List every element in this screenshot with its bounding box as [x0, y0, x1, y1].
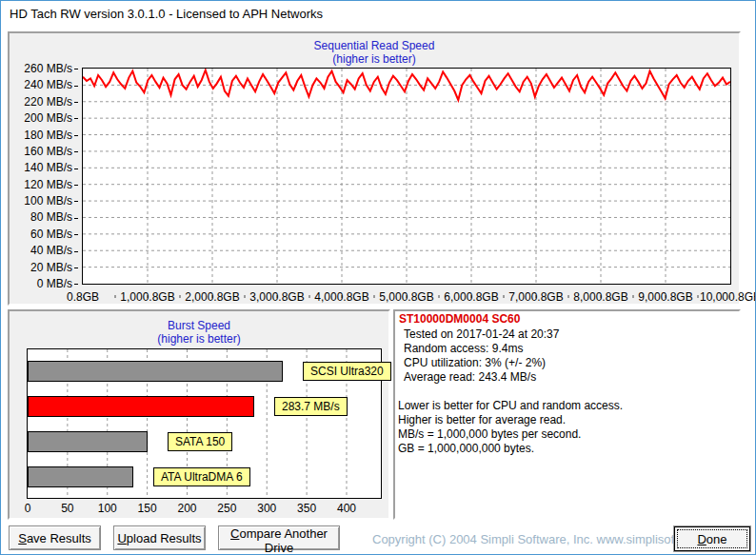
x-axis-label: 1,000.8GB	[120, 290, 174, 304]
y-axis-label: 120 MB/s	[10, 178, 78, 191]
burst-x-axis-label: 200	[177, 502, 196, 515]
burst-x-axis-label: 100	[98, 502, 117, 515]
burst-x-axis-label: 250	[217, 502, 236, 515]
y-axis-label: 0 MB/s	[10, 277, 78, 290]
done-button[interactable]: Done	[674, 526, 750, 551]
info-note-mbps: MB/s = 1,000,000 bytes per second.	[398, 427, 581, 441]
y-axis-label: 160 MB/s	[10, 145, 78, 158]
burst-chart-subtitle: (higher is better)	[10, 332, 388, 346]
y-axis-label: 220 MB/s	[10, 95, 78, 109]
y-tick	[74, 201, 78, 202]
y-axis-label: 180 MB/s	[10, 129, 78, 142]
focus-ring	[677, 529, 747, 548]
info-average-read: Average read: 243.4 MB/s	[404, 370, 536, 384]
y-tick	[74, 135, 78, 136]
info-note-higher: Higher is better for average read.	[398, 413, 566, 426]
y-axis-label: 80 MB/s	[10, 210, 78, 224]
y-tick	[74, 185, 78, 186]
burst-x-axis-label: 0	[25, 502, 31, 515]
drive-info-panel: ST10000DM0004 SC60 Tested on 2017-01-24 …	[393, 309, 741, 520]
burst-speed-panel: Burst Speed (higher is better) SCSI Ultr…	[8, 309, 390, 520]
y-tick	[74, 118, 78, 119]
x-axis-label: 6,000.8GB	[444, 290, 498, 304]
hdtach-window: HD Tach RW version 3.0.1.0 - Licensed to…	[0, 0, 756, 555]
y-tick	[74, 102, 78, 103]
info-cpu-utilization: CPU utilization: 3% (+/- 2%)	[404, 356, 546, 369]
y-tick	[74, 234, 78, 235]
y-tick	[74, 168, 78, 169]
y-axis-label: 260 MB/s	[10, 62, 78, 75]
x-axis-label: 3,000.8GB	[249, 290, 304, 304]
y-tick	[74, 284, 78, 285]
compare-another-drive-button[interactable]: Compare Another Drive	[218, 525, 340, 550]
y-axis-label: 240 MB/s	[10, 78, 78, 91]
burst-bar	[28, 431, 148, 452]
burst-chart-title: Burst Speed	[10, 319, 388, 332]
y-tick	[74, 86, 78, 87]
y-axis-label: 200 MB/s	[10, 111, 78, 125]
y-axis-label: 40 MB/s	[10, 244, 78, 257]
y-axis-label: 100 MB/s	[10, 194, 78, 208]
upload-results-label: Upload Results	[114, 531, 205, 545]
drive-name: ST10000DM0004 SC60	[399, 312, 520, 326]
burst-bar	[28, 396, 254, 417]
x-axis-label: 2,000.8GB	[185, 290, 239, 304]
x-axis-label: 9,000.8GB	[638, 290, 692, 304]
burst-bar-label: 283.7 MB/s	[274, 397, 348, 416]
burst-bar-label: SCSI Ultra320	[303, 362, 391, 381]
x-axis-label: 0.8GB	[67, 290, 99, 304]
sequential-read-panel: Sequential Read Speed (higher is better)…	[8, 31, 741, 306]
y-axis-label: 20 MB/s	[10, 261, 78, 274]
info-tested-on: Tested on 2017-01-24 at 20:37	[404, 327, 559, 341]
x-axis-label: 4,000.8GB	[314, 290, 368, 304]
sequential-chart-subtitle: (higher is better)	[10, 52, 739, 66]
x-axis-label: 8,000.8GB	[573, 290, 627, 304]
y-tick	[74, 268, 78, 268]
compare-another-drive-label: Compare Another Drive	[219, 526, 339, 555]
y-tick	[74, 151, 78, 152]
burst-bar-label: ATA UltraDMA 6	[153, 467, 250, 486]
y-tick	[74, 218, 78, 219]
sequential-chart-title: Sequential Read Speed	[10, 39, 739, 52]
x-axis-label: 7,000.8GB	[508, 290, 563, 304]
info-random-access: Random access: 9.4ms	[404, 342, 523, 355]
burst-speed-plot: SCSI Ultra320283.7 MB/sSATA 150ATA Ultra…	[27, 348, 382, 499]
info-note-lower: Lower is better for CPU and random acces…	[398, 399, 623, 412]
info-note-gb: GB = 1,000,000,000 bytes.	[398, 442, 534, 455]
burst-bar	[28, 361, 283, 382]
burst-bar	[28, 466, 133, 487]
burst-x-axis-label: 400	[337, 502, 356, 515]
burst-x-axis-label: 150	[138, 502, 157, 515]
window-title: HD Tach RW version 3.0.1.0 - Licensed to…	[10, 7, 323, 21]
burst-x-axis-label: 350	[297, 502, 316, 515]
sequential-read-chart	[83, 69, 730, 284]
upload-results-button[interactable]: Upload Results	[113, 525, 206, 550]
save-results-button[interactable]: Save Results	[9, 525, 101, 550]
save-results-label: Save Results	[10, 531, 100, 545]
burst-x-axis-label: 50	[61, 502, 73, 515]
y-tick	[74, 251, 78, 252]
x-axis-label: 10,000.8GB	[700, 290, 756, 304]
burst-x-axis-label: 300	[257, 502, 276, 515]
sequential-x-axis-ticks	[83, 286, 730, 289]
y-axis-label: 60 MB/s	[10, 228, 78, 241]
burst-bar-label: SATA 150	[168, 432, 232, 451]
y-axis-label: 140 MB/s	[10, 161, 78, 174]
x-axis-label: 5,000.8GB	[379, 290, 433, 304]
y-tick	[74, 69, 78, 69]
sequential-read-plot	[82, 68, 731, 285]
